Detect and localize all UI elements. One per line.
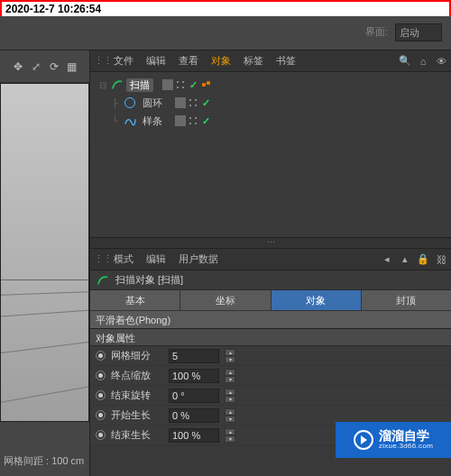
phong-tag-icon[interactable] bbox=[200, 79, 211, 90]
main-row: ✥ ⤢ ⟳ ▦ 网格间距 : 100 cm ⋮⋮⋮ 文件 编辑 bbox=[0, 50, 451, 476]
tree-label[interactable]: 样条 bbox=[139, 114, 166, 128]
tab-object[interactable]: 对象 bbox=[272, 290, 362, 310]
tree-label[interactable]: 扫描 bbox=[126, 78, 153, 92]
layout-label: 界面: bbox=[365, 25, 388, 39]
watermark-sub: zixue.3d66.com bbox=[379, 443, 433, 451]
grid-line bbox=[0, 336, 89, 359]
tree-row-circle[interactable]: ├ 圆环 ✓ bbox=[90, 94, 451, 112]
circle-icon bbox=[123, 96, 137, 110]
enable-check-icon[interactable]: ✓ bbox=[200, 97, 211, 108]
sweep-icon bbox=[96, 273, 110, 288]
menu-mode[interactable]: 模式 bbox=[108, 250, 139, 269]
anim-dot-icon[interactable] bbox=[96, 430, 106, 440]
prop-row-endrotate: 结束旋转 0 ° ▴▾ bbox=[90, 386, 451, 406]
prop-row-subdivision: 网格细分 5 ▴▾ bbox=[90, 346, 451, 366]
spinner[interactable]: ▴▾ bbox=[225, 369, 235, 383]
layout-selector[interactable]: 启动 bbox=[395, 23, 442, 41]
timestamp-overlay: 2020-12-7 10:26:54 bbox=[0, 0, 451, 16]
link-icon[interactable]: ⛓ bbox=[435, 253, 447, 266]
rotate-icon[interactable]: ⟳ bbox=[48, 60, 60, 73]
lock-icon[interactable]: 🔒 bbox=[417, 253, 429, 266]
layer-tag-icon[interactable] bbox=[162, 79, 173, 90]
prop-label: 结束生长 bbox=[111, 428, 163, 442]
tab-caps[interactable]: 封顶 bbox=[362, 290, 451, 310]
tree-branch-icon: ├ bbox=[112, 98, 121, 108]
nav-back-icon[interactable]: ◂ bbox=[381, 253, 393, 266]
spinner[interactable]: ▴▾ bbox=[225, 428, 235, 443]
menu-file[interactable]: 文件 bbox=[108, 51, 139, 70]
anim-dot-icon[interactable] bbox=[96, 390, 106, 400]
menu-edit2[interactable]: 编辑 bbox=[141, 250, 171, 269]
watermark: 溜溜自学 zixue.3d66.com bbox=[336, 422, 451, 458]
attr-tabs: 基本 坐标 对象 封顶 bbox=[90, 290, 451, 310]
grid-line bbox=[0, 289, 89, 297]
top-toolbar: 界面: 启动 bbox=[0, 16, 451, 50]
play-icon bbox=[354, 430, 373, 450]
enable-check-icon[interactable]: ✓ bbox=[200, 115, 211, 126]
menu-object[interactable]: 对象 bbox=[206, 51, 236, 70]
anim-dot-icon[interactable] bbox=[96, 371, 106, 380]
status-bar: 网格间距 : 100 cm bbox=[0, 449, 89, 476]
attribute-menu: ⋮⋮⋮ 模式 编辑 用户数据 ◂ ▴ 🔒 ⛓ bbox=[90, 249, 451, 270]
prop-label: 开始生长 bbox=[111, 408, 163, 422]
tab-coord[interactable]: 坐标 bbox=[180, 290, 271, 310]
eye-icon[interactable]: 👁 bbox=[435, 55, 447, 68]
enable-check-icon[interactable]: ✓ bbox=[188, 79, 198, 90]
menu-view[interactable]: 查看 bbox=[173, 51, 204, 70]
grid-line bbox=[0, 307, 89, 321]
scroll-hint: ⋯ bbox=[90, 237, 451, 248]
attribute-object-title: 扫描对象 [扫描] bbox=[90, 270, 451, 290]
tree-label[interactable]: 圆环 bbox=[139, 96, 166, 110]
zoom-icon[interactable]: ⤢ bbox=[30, 60, 42, 73]
prop-input[interactable]: 100 % bbox=[169, 428, 219, 443]
prop-label: 终点缩放 bbox=[111, 369, 163, 382]
anim-dot-icon[interactable] bbox=[96, 410, 106, 420]
layer-tag-icon[interactable] bbox=[175, 97, 186, 108]
visibility-dots-icon[interactable] bbox=[188, 115, 198, 126]
menu-userdata[interactable]: 用户数据 bbox=[173, 250, 224, 269]
attr-title-text: 扫描对象 [扫描] bbox=[115, 273, 183, 287]
prop-input[interactable]: 0 ° bbox=[169, 389, 219, 403]
nav-up-icon[interactable]: ▴ bbox=[399, 253, 411, 266]
prop-input[interactable]: 0 % bbox=[169, 408, 219, 423]
prop-label: 网格细分 bbox=[111, 349, 163, 362]
viewport[interactable] bbox=[0, 83, 89, 422]
prop-row-endscale: 终点缩放 100 % ▴▾ bbox=[90, 366, 451, 386]
grid-line bbox=[0, 379, 89, 410]
viewport-column: ✥ ⤢ ⟳ ▦ 网格间距 : 100 cm bbox=[0, 50, 90, 476]
app-area: 界面: 启动 ✥ ⤢ ⟳ ▦ 网格间距 : 100 cm bbox=[0, 16, 451, 476]
tree-toggle-icon[interactable]: ⊟ bbox=[99, 80, 108, 90]
home-icon[interactable]: ⌂ bbox=[417, 55, 429, 68]
tree-row-sweep[interactable]: ⊟ 扫描 ✓ bbox=[90, 76, 451, 94]
tree-row-spline[interactable]: └ 样条 ✓ bbox=[90, 112, 451, 130]
visibility-dots-icon[interactable] bbox=[175, 79, 186, 90]
object-tree[interactable]: ⊟ 扫描 ✓ ├ bbox=[90, 72, 451, 237]
section-header: 对象属性 bbox=[90, 328, 451, 346]
panel-grip-icon[interactable]: ⋮⋮⋮ bbox=[94, 55, 106, 67]
sweep-icon bbox=[110, 78, 124, 92]
spinner[interactable]: ▴▾ bbox=[225, 389, 235, 403]
tab-basic[interactable]: 基本 bbox=[90, 290, 180, 310]
spinner[interactable]: ▴▾ bbox=[225, 349, 235, 363]
prop-input[interactable]: 5 bbox=[169, 349, 219, 363]
object-manager: ⋮⋮⋮ 文件 编辑 查看 对象 标签 书签 🔍 ⌂ 👁 bbox=[90, 50, 451, 249]
viewport-tools: ✥ ⤢ ⟳ ▦ bbox=[0, 50, 89, 83]
menu-tags[interactable]: 标签 bbox=[238, 51, 269, 70]
visibility-dots-icon[interactable] bbox=[188, 97, 198, 108]
menu-bookmarks[interactable]: 书签 bbox=[271, 51, 301, 70]
pan-icon[interactable]: ✥ bbox=[12, 60, 24, 73]
panel-grip-icon[interactable]: ⋮⋮⋮ bbox=[94, 253, 106, 265]
spline-icon bbox=[123, 114, 137, 128]
object-manager-menu: ⋮⋮⋮ 文件 编辑 查看 对象 标签 书签 🔍 ⌂ 👁 bbox=[90, 50, 451, 72]
layer-tag-icon[interactable] bbox=[175, 115, 186, 126]
views-icon[interactable]: ▦ bbox=[66, 60, 78, 73]
grid-horizon bbox=[1, 279, 88, 280]
anim-dot-icon[interactable] bbox=[96, 351, 106, 361]
right-column: ⋮⋮⋮ 文件 编辑 查看 对象 标签 书签 🔍 ⌂ 👁 bbox=[90, 50, 451, 476]
menu-edit[interactable]: 编辑 bbox=[141, 51, 171, 70]
search-icon[interactable]: 🔍 bbox=[399, 55, 411, 68]
tab-phong[interactable]: 平滑着色(Phong) bbox=[90, 310, 451, 328]
spinner[interactable]: ▴▾ bbox=[225, 408, 235, 423]
prop-label: 结束旋转 bbox=[111, 389, 163, 402]
prop-input[interactable]: 100 % bbox=[169, 369, 219, 383]
